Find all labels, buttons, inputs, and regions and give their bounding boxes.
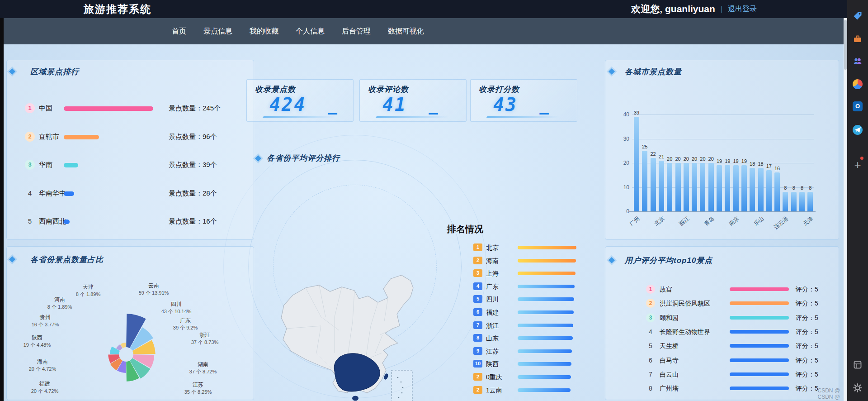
- stat-label: 收录打分数: [479, 84, 519, 95]
- stat-label: 收录景点数: [255, 84, 296, 95]
- score-bar: [518, 310, 574, 314]
- browser-sidebar: O +: [847, 0, 868, 401]
- province-rank-row: 20重庆: [470, 372, 605, 382]
- stat-value: 43: [493, 94, 518, 115]
- nav-item-5[interactable]: 数据可视化: [388, 27, 424, 36]
- top10-row: 4长隆野生动物世界评分：5: [642, 326, 837, 337]
- nav-item-0[interactable]: 首页: [172, 27, 186, 36]
- region-bar: [64, 220, 70, 224]
- rose-label-value: 8 个 1.89%: [47, 304, 72, 310]
- city-bar: [642, 151, 647, 211]
- score-bar: [518, 375, 571, 379]
- rank-badge: 1: [25, 103, 35, 113]
- y-axis-tick: 40: [618, 111, 629, 118]
- rank-badge: 7: [646, 370, 655, 379]
- score-label: 评分：5: [796, 314, 818, 322]
- attraction-name: 长隆野生动物世界: [660, 328, 710, 336]
- scrollbar[interactable]: [844, 18, 847, 401]
- briefcase-icon[interactable]: [853, 34, 863, 44]
- rose-label-name: 四川: [161, 301, 192, 308]
- province-name: 上海: [486, 270, 499, 278]
- outlook-icon[interactable]: O: [853, 101, 863, 111]
- rank-badge: 4: [646, 327, 655, 336]
- score-bar: [518, 362, 571, 366]
- y-axis-tick: 20: [618, 160, 629, 166]
- rose-label: 湖南37 个 8.72%: [189, 361, 217, 375]
- welcome-text: 欢迎您, guanliyuan: [631, 3, 715, 15]
- rose-label-value: 16 个 3.77%: [32, 321, 59, 328]
- rose-label: 浙江37 个 8.73%: [191, 331, 219, 346]
- watermark: CSDN @: [768, 394, 840, 400]
- score-bar: [518, 285, 575, 288]
- province-rank-row: 8山东: [470, 333, 605, 343]
- people-icon[interactable]: [853, 56, 863, 66]
- workspace-icon[interactable]: [853, 360, 863, 370]
- rank-badge: 4: [25, 188, 35, 198]
- score-label: 评分：5: [796, 300, 818, 308]
- y-axis-tick: 10: [618, 184, 629, 191]
- score-bar: [730, 287, 789, 291]
- city-bar-value: 25: [639, 144, 651, 149]
- rank-badge: 2: [473, 386, 482, 394]
- city-bar-value: 39: [631, 110, 642, 115]
- city-bar: [758, 168, 764, 211]
- y-axis-tick: 30: [618, 136, 629, 142]
- city-bar: [807, 192, 813, 211]
- rose-label-name: 广东: [173, 317, 198, 325]
- settings-icon[interactable]: [853, 383, 863, 393]
- rose-label-name: 河南: [47, 296, 72, 304]
- rank-badge: 10: [473, 360, 482, 368]
- telegram-icon[interactable]: [853, 125, 863, 135]
- region-count-label: 景点数量：39个: [169, 161, 217, 169]
- city-bar: [733, 165, 739, 211]
- province-name: 海南: [486, 257, 499, 265]
- rose-label: 海南20 个 4.72%: [29, 358, 57, 372]
- nav-item-1[interactable]: 景点信息: [203, 27, 232, 36]
- city-bar: [783, 192, 788, 211]
- province-rank-row: 3上海: [470, 268, 605, 278]
- attraction-name: 白马寺: [660, 357, 679, 365]
- city-bar: [725, 165, 730, 211]
- stat-box-comments: 收录评论数 41_: [359, 79, 467, 122]
- province-name: 四川: [486, 296, 499, 304]
- city-chart-title: 各城市景点数量: [625, 67, 682, 77]
- top10-row: 7白云山评分：5: [642, 369, 837, 380]
- province-rank-row: 2海南: [470, 256, 605, 266]
- logout-link[interactable]: 退出登录: [728, 5, 757, 14]
- app-title: 旅游推荐系统: [84, 2, 151, 16]
- score-bar: [518, 272, 576, 275]
- stat-box-ratings: 收录打分数 43_: [470, 79, 577, 122]
- rose-label: 福建20 个 4.72%: [31, 380, 59, 395]
- city-bar: [651, 158, 656, 211]
- province-name: 0重庆: [486, 373, 502, 382]
- notification-dot: [860, 157, 863, 160]
- nav-item-2[interactable]: 我的收藏: [250, 27, 278, 36]
- rank-badge: 2: [25, 132, 35, 142]
- add-icon[interactable]: +: [853, 160, 863, 170]
- stat-cursor: _: [539, 96, 548, 115]
- province-rank-row: 9江苏: [470, 346, 605, 356]
- tag-icon[interactable]: [853, 11, 863, 21]
- region-rank-row: 1中国景点数量：245个: [4, 102, 266, 115]
- rose-label: 河南8 个 1.89%: [47, 296, 72, 310]
- nav-item-4[interactable]: 后台管理: [342, 27, 371, 36]
- city-bar-value: 8: [804, 185, 816, 191]
- stat-value-row: 43_: [493, 94, 549, 115]
- rose-label-value: 37 个 8.73%: [191, 339, 219, 346]
- score-label: 评分：5: [796, 371, 818, 379]
- province-rank-row: 6福建: [470, 307, 605, 317]
- rose-label-value: 19 个 4.48%: [24, 342, 51, 348]
- region-rank-row: 2直辖市景点数量：96个: [4, 130, 266, 144]
- city-bar-chart: 0102030403925222120202020202019191919181…: [632, 115, 814, 211]
- region-rank-row: 4华南华中景点数量：28个: [4, 187, 266, 200]
- rose-label-name: 云南: [139, 282, 169, 290]
- province-name: 山东: [486, 334, 499, 343]
- region-count-label: 景点数量：28个: [169, 189, 217, 198]
- nav-item-3[interactable]: 个人信息: [296, 27, 325, 36]
- region-rank-title: 区域景点排行: [30, 67, 79, 77]
- province-rank-row: 5四川: [470, 294, 605, 304]
- score-bar: [518, 297, 574, 301]
- shapes-icon[interactable]: [853, 79, 863, 89]
- attraction-name: 故宫: [660, 286, 672, 294]
- scrollbar-thumb[interactable]: [844, 20, 847, 70]
